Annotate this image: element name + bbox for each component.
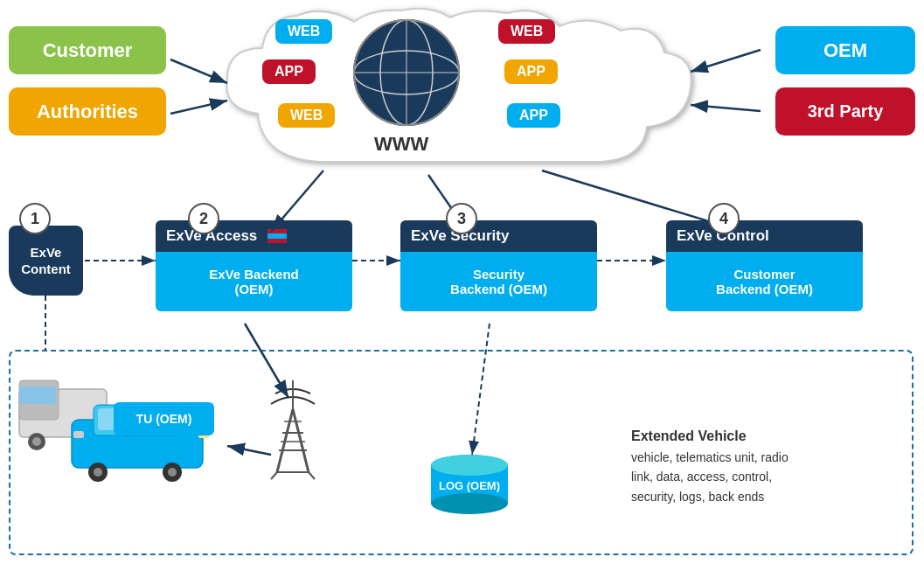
svg-line-27 [293,409,309,472]
svg-rect-25 [73,431,84,438]
oem-box: OEM [775,26,915,74]
log-oem-cylinder: LOG (OEM) [428,453,511,516]
third-party-box: 3rd Party [775,87,915,136]
authorities-label: Authorities [37,101,138,123]
badge-app1: APP [262,59,316,84]
www-label: WWW [374,133,428,156]
badge-app3: APP [507,103,560,128]
svg-rect-15 [19,386,56,404]
badge-web1: WEB [275,19,332,44]
extended-vehicle-description: vehicle, telematics unit, radiolink, dat… [631,448,902,506]
exve-control-box: ExVe Control CustomerBackend (OEM) [666,220,863,311]
step-circle-1: 1 [19,203,51,234]
svg-point-21 [94,468,102,477]
badge-app2: APP [504,59,558,84]
authorities-box: Authorities [9,87,166,136]
third-party-label: 3rd Party [808,101,884,122]
log-oem-container: LOG (OEM) [428,453,511,516]
svg-rect-8 [267,239,287,243]
extended-vehicle-text: Extended Vehicle vehicle, telematics uni… [631,428,902,506]
badge-web2: WEB [278,103,335,128]
exve-security-box: ExVe Security SecurityBackend (OEM) [400,220,597,311]
svg-point-38 [431,493,508,514]
svg-line-26 [277,409,293,472]
tu-oem-box: TU (OEM) [114,402,214,435]
exve-content-box: ExVeContent [9,226,83,296]
svg-line-33 [271,472,277,479]
exve-access-box: ExVe Access ExVe Backend(OEM) [156,220,352,311]
extended-vehicle-title: Extended Vehicle [631,428,902,444]
tu-oem-label: TU (OEM) [136,412,192,426]
svg-point-39 [431,455,508,476]
svg-point-23 [168,468,177,477]
flag-icon [267,229,287,243]
svg-point-12 [32,437,41,446]
oem-label: OEM [823,39,867,62]
svg-rect-7 [267,229,287,233]
badge-web3: WEB [498,19,555,44]
exve-control-body: CustomerBackend (OEM) [666,252,863,311]
step-circle-4: 4 [708,203,740,234]
exve-access-body: ExVe Backend(OEM) [156,252,352,311]
globe-icon [350,16,463,129]
exve-content-label: ExVeContent [21,244,71,278]
svg-text:LOG (OEM): LOG (OEM) [439,479,500,492]
diagram: Customer Authorities OEM 3rd Party WEB A… [0,0,924,564]
svg-line-34 [309,472,315,479]
step-circle-3: 3 [446,203,477,234]
exve-security-body: SecurityBackend (OEM) [400,252,597,311]
tower-icon [258,376,328,481]
customer-label: Customer [43,39,133,62]
customer-box: Customer [9,26,166,74]
step-circle-2: 2 [188,203,219,234]
